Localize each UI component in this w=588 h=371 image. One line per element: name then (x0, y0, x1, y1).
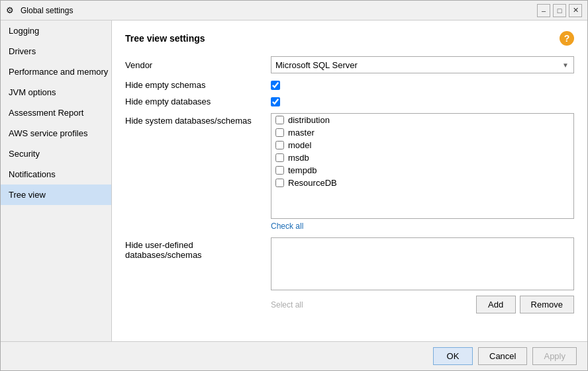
title-bar-controls: – □ ✕ (537, 4, 582, 17)
content-area: Logging Drivers Performance and memory J… (1, 21, 587, 341)
list-item[interactable]: distribution (271, 114, 573, 126)
user-db-textarea[interactable] (271, 237, 574, 290)
global-settings-window: ⚙ Global settings – □ ✕ Logging Drivers … (0, 0, 588, 371)
remove-button[interactable]: Remove (520, 296, 574, 313)
sidebar-item-treeview[interactable]: Tree view (1, 185, 111, 205)
hide-empty-schemas-field (271, 80, 574, 90)
sidebar: Logging Drivers Performance and memory J… (1, 21, 112, 341)
sidebar-item-logging[interactable]: Logging (1, 21, 111, 41)
hide-empty-schemas-container (271, 81, 280, 90)
vendor-wrapper: Microsoft SQL Server MySQL PostgreSQL Or… (271, 56, 574, 73)
close-button[interactable]: ✕ (569, 4, 582, 17)
list-item[interactable]: tempdb (271, 164, 573, 177)
apply-button[interactable]: Apply (532, 347, 577, 365)
hide-user-defined-label: Hide user-defined databases/schemas (125, 237, 271, 313)
main-panel: Tree view settings ? Vendor Microsoft SQ… (112, 21, 587, 341)
db-checkbox-msdb[interactable] (275, 153, 284, 162)
page-title: Tree view settings (125, 33, 205, 44)
window-title: Global settings (21, 6, 537, 15)
db-checkbox-master[interactable] (275, 128, 284, 137)
sidebar-item-security[interactable]: Security (1, 144, 111, 164)
hide-empty-databases-checkbox[interactable] (271, 97, 280, 106)
sidebar-item-assessment[interactable]: Assessment Report (1, 103, 111, 123)
list-item[interactable]: model (271, 139, 573, 151)
select-all-link: Select all (271, 300, 303, 309)
maximize-button[interactable]: □ (553, 4, 566, 17)
hide-empty-databases-label: Hide empty databases (125, 97, 271, 106)
list-item[interactable]: ResourceDB (271, 177, 573, 189)
panel-header: Tree view settings ? (125, 31, 574, 46)
vendor-select[interactable]: Microsoft SQL Server MySQL PostgreSQL Or… (271, 56, 574, 73)
system-db-section: distribution master model msdb (271, 113, 574, 231)
footer-bar: OK Cancel Apply (1, 341, 587, 370)
hide-empty-schemas-checkbox[interactable] (271, 81, 280, 90)
ok-button[interactable]: OK (433, 347, 473, 365)
window-icon: ⚙ (6, 5, 17, 16)
system-db-list[interactable]: distribution master model msdb (271, 113, 574, 219)
list-item[interactable]: master (271, 126, 573, 139)
sidebar-item-jvm[interactable]: JVM options (1, 82, 111, 103)
vendor-label: Vendor (125, 56, 271, 73)
hide-empty-databases-container (271, 97, 280, 106)
sidebar-item-notifications[interactable]: Notifications (1, 164, 111, 185)
minimize-button[interactable]: – (537, 4, 550, 17)
help-icon[interactable]: ? (560, 31, 574, 46)
sidebar-item-drivers[interactable]: Drivers (1, 41, 111, 62)
hide-empty-schemas-label: Hide empty schemas (125, 80, 271, 90)
title-bar: ⚙ Global settings – □ ✕ (1, 1, 587, 21)
sidebar-item-performance[interactable]: Performance and memory (1, 62, 111, 82)
add-remove-buttons: Add Remove (476, 296, 574, 313)
add-button[interactable]: Add (476, 296, 516, 313)
db-checkbox-model[interactable] (275, 141, 284, 149)
hide-system-label: Hide system databases/schemas (125, 113, 271, 231)
db-checkbox-resourcedb[interactable] (275, 179, 284, 187)
cancel-button[interactable]: Cancel (478, 347, 527, 365)
hide-empty-databases-field (271, 97, 574, 106)
db-checkbox-distribution[interactable] (275, 116, 284, 124)
db-checkbox-tempdb[interactable] (275, 166, 284, 175)
user-db-section: Select all Add Remove (271, 237, 574, 313)
sidebar-item-aws[interactable]: AWS service profiles (1, 123, 111, 144)
vendor-field: Microsoft SQL Server MySQL PostgreSQL Or… (271, 56, 574, 73)
list-item[interactable]: msdb (271, 151, 573, 164)
check-all-link[interactable]: Check all (271, 222, 574, 231)
